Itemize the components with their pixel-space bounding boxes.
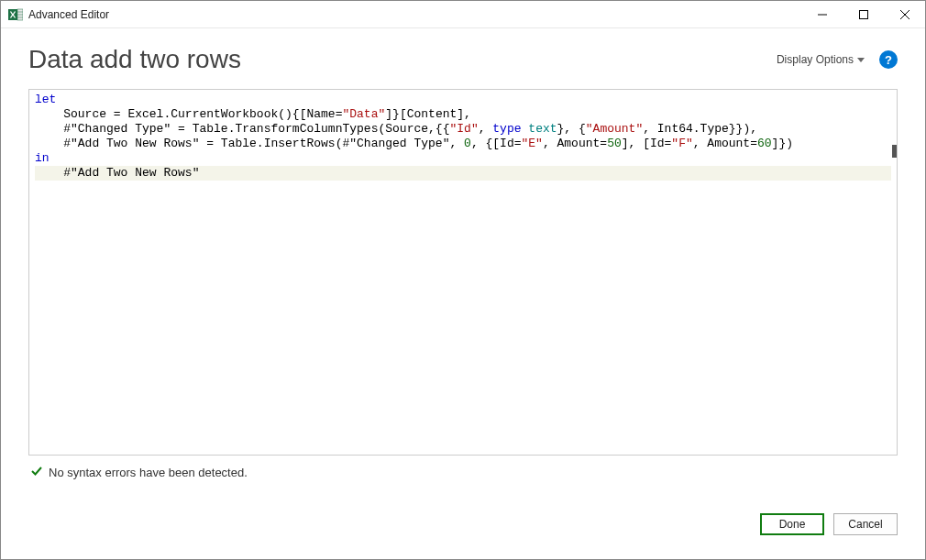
- help-icon[interactable]: ?: [879, 50, 898, 69]
- window-title: Advanced Editor: [28, 8, 801, 21]
- scroll-marker[interactable]: [892, 145, 897, 158]
- footer: Done Cancel: [1, 495, 925, 535]
- window-controls: [801, 1, 925, 28]
- status-message: No syntax errors have been detected.: [49, 466, 248, 479]
- content-area: Data add two rows Display Options ? let …: [1, 28, 925, 495]
- done-button[interactable]: Done: [760, 513, 824, 535]
- code-editor[interactable]: let Source = Excel.CurrentWorkbook(){[Na…: [29, 90, 897, 455]
- titlebar: Advanced Editor: [1, 1, 925, 28]
- kw-let: let: [35, 93, 56, 106]
- check-icon: [30, 465, 43, 480]
- maximize-button[interactable]: [843, 1, 884, 28]
- display-options-label: Display Options: [777, 53, 854, 66]
- kw-in: in: [35, 151, 50, 165]
- chevron-down-icon: [857, 58, 865, 62]
- minimize-button[interactable]: [801, 1, 843, 28]
- header-row: Data add two rows Display Options ?: [28, 45, 898, 74]
- status-row: No syntax errors have been detected.: [28, 456, 898, 480]
- display-options-dropdown[interactable]: Display Options: [777, 53, 865, 66]
- close-button[interactable]: [884, 1, 925, 28]
- page-title: Data add two rows: [28, 45, 777, 74]
- cancel-button[interactable]: Cancel: [833, 513, 898, 535]
- code-editor-wrap: let Source = Excel.CurrentWorkbook(){[Na…: [28, 89, 898, 456]
- svg-rect-6: [859, 10, 867, 18]
- excel-app-icon: [8, 7, 23, 22]
